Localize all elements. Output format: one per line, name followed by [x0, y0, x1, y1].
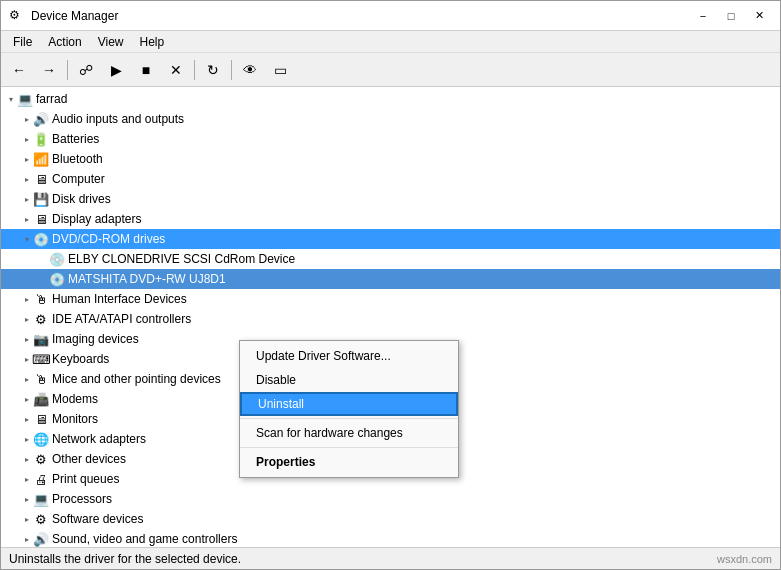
menu-action[interactable]: Action [40, 33, 89, 51]
device-icon: ⚙ [33, 511, 49, 527]
close-button[interactable]: ✕ [746, 6, 772, 26]
device-label: farrad [36, 92, 67, 106]
tree-expander[interactable]: ▸ [21, 391, 33, 407]
tree-item[interactable]: ▸💻Processors [1, 489, 780, 509]
tree-expander[interactable]: ▸ [21, 531, 33, 547]
tree-item[interactable]: ▸🖱Human Interface Devices [1, 289, 780, 309]
title-controls: − □ ✕ [690, 6, 772, 26]
tree-expander[interactable]: ▸ [21, 491, 33, 507]
status-text: Uninstalls the driver for the selected d… [9, 552, 241, 566]
device-icon: ⚙ [33, 311, 49, 327]
scan-changes-button[interactable]: ↻ [199, 57, 227, 83]
disable-device-button[interactable]: ■ [132, 57, 160, 83]
device-label: Audio inputs and outputs [52, 112, 184, 126]
device-icon: 💾 [33, 191, 49, 207]
toolbar-separator-3 [231, 60, 232, 80]
menu-help[interactable]: Help [132, 33, 173, 51]
tree-expander[interactable]: ▸ [21, 331, 33, 347]
device-label: Display adapters [52, 212, 141, 226]
context-menu-item-properties[interactable]: Properties [240, 450, 458, 474]
main-content: ▾💻farrad▸🔊Audio inputs and outputs▸🔋Batt… [1, 87, 780, 547]
device-tree[interactable]: ▾💻farrad▸🔊Audio inputs and outputs▸🔋Batt… [1, 87, 780, 547]
tree-expander[interactable]: ▾ [21, 231, 33, 247]
tree-expander[interactable]: ▸ [21, 111, 33, 127]
forward-button[interactable]: → [35, 57, 63, 83]
minimize-button[interactable]: − [690, 6, 716, 26]
tree-item[interactable]: ▸🔊Sound, video and game controllers [1, 529, 780, 547]
device-label: Monitors [52, 412, 98, 426]
device-label: Other devices [52, 452, 126, 466]
maximize-button[interactable]: □ [718, 6, 744, 26]
tree-item[interactable]: ▸💾Disk drives [1, 189, 780, 209]
tree-item[interactable]: ▸🖥Computer [1, 169, 780, 189]
properties-button[interactable]: ☍ [72, 57, 100, 83]
device-icon: ⌨ [33, 351, 49, 367]
device-label: Keyboards [52, 352, 109, 366]
tree-item[interactable]: ▸⚙IDE ATA/ATAPI controllers [1, 309, 780, 329]
device-icon: 💻 [33, 491, 49, 507]
display-monitor-button[interactable]: ▭ [266, 57, 294, 83]
watermark: wsxdn.com [717, 553, 772, 565]
uninstall-device-button[interactable]: ✕ [162, 57, 190, 83]
device-icon: 🖥 [33, 171, 49, 187]
tree-item[interactable]: ▸⚙Software devices [1, 509, 780, 529]
tree-expander[interactable]: ▸ [21, 511, 33, 527]
device-label: MATSHITA DVD+-RW UJ8D1 [68, 272, 226, 286]
device-icon: 🖥 [33, 411, 49, 427]
device-icon: 🔊 [33, 111, 49, 127]
device-label: IDE ATA/ATAPI controllers [52, 312, 191, 326]
tree-item[interactable]: 💿ELBY CLONEDRIVE SCSI CdRom Device [1, 249, 780, 269]
tree-expander[interactable]: ▸ [21, 411, 33, 427]
toolbar-separator-1 [67, 60, 68, 80]
context-menu-item-scan[interactable]: Scan for hardware changes [240, 421, 458, 445]
device-label: Processors [52, 492, 112, 506]
toolbar: ← → ☍ ▶ ■ ✕ ↻ 👁 ▭ [1, 53, 780, 87]
tree-item[interactable]: ▾💿DVD/CD-ROM drives [1, 229, 780, 249]
tree-expander[interactable]: ▸ [21, 371, 33, 387]
context-menu: Update Driver Software...DisableUninstal… [239, 340, 459, 478]
device-label: Computer [52, 172, 105, 186]
tree-expander[interactable]: ▸ [21, 131, 33, 147]
device-icon: 🔋 [33, 131, 49, 147]
tree-item[interactable]: ▸🖥Display adapters [1, 209, 780, 229]
menu-file[interactable]: File [5, 33, 40, 51]
device-icon: 🖨 [33, 471, 49, 487]
device-label: Print queues [52, 472, 119, 486]
device-label: Network adapters [52, 432, 146, 446]
device-icon: 📷 [33, 331, 49, 347]
device-manager-window: ⚙ Device Manager − □ ✕ File Action View … [0, 0, 781, 570]
device-icon: 📠 [33, 391, 49, 407]
tree-item[interactable]: ▸🔊Audio inputs and outputs [1, 109, 780, 129]
tree-expander[interactable]: ▸ [21, 151, 33, 167]
update-driver-button[interactable]: ▶ [102, 57, 130, 83]
tree-expander[interactable]: ▸ [21, 171, 33, 187]
device-label: Batteries [52, 132, 99, 146]
device-label: Disk drives [52, 192, 111, 206]
device-icon: 🌐 [33, 431, 49, 447]
tree-expander[interactable]: ▸ [21, 451, 33, 467]
menu-view[interactable]: View [90, 33, 132, 51]
tree-item[interactable]: ▾💻farrad [1, 89, 780, 109]
tree-expander[interactable]: ▾ [5, 91, 17, 107]
tree-expander[interactable]: ▸ [21, 191, 33, 207]
device-label: Mice and other pointing devices [52, 372, 221, 386]
device-icon: 🖥 [33, 211, 49, 227]
device-icon: 💿 [49, 271, 65, 287]
context-menu-separator [240, 447, 458, 448]
tree-item[interactable]: ▸🔋Batteries [1, 129, 780, 149]
tree-expander[interactable]: ▸ [21, 431, 33, 447]
tree-expander[interactable]: ▸ [21, 291, 33, 307]
context-menu-item-update-driver[interactable]: Update Driver Software... [240, 344, 458, 368]
tree-expander[interactable]: ▸ [21, 311, 33, 327]
tree-expander[interactable]: ▸ [21, 211, 33, 227]
context-menu-item-uninstall[interactable]: Uninstall [240, 392, 458, 416]
tree-expander[interactable]: ▸ [21, 471, 33, 487]
context-menu-item-disable[interactable]: Disable [240, 368, 458, 392]
tree-item[interactable]: ▸📶Bluetooth [1, 149, 780, 169]
back-button[interactable]: ← [5, 57, 33, 83]
app-icon: ⚙ [9, 8, 25, 24]
device-icon: 💻 [17, 91, 33, 107]
tree-item[interactable]: 💿MATSHITA DVD+-RW UJ8D1 [1, 269, 780, 289]
show-hidden-button[interactable]: 👁 [236, 57, 264, 83]
device-label: Sound, video and game controllers [52, 532, 237, 546]
